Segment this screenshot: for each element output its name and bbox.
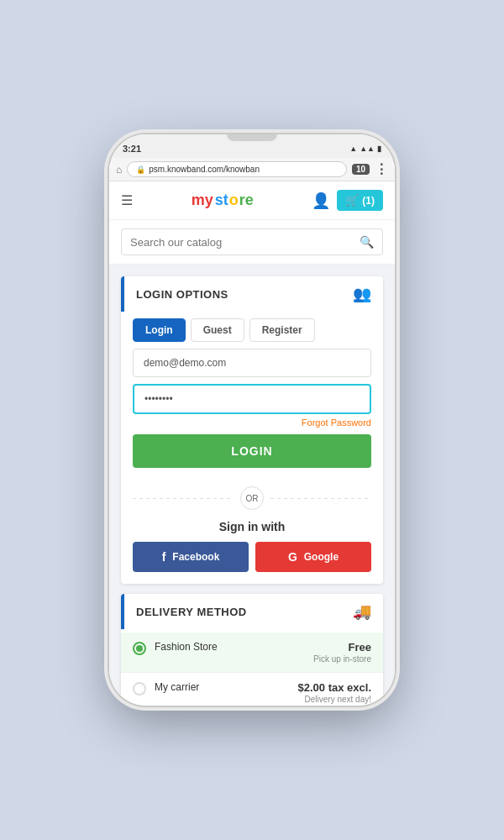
logo-o: o [229,192,239,209]
store-logo: my store [192,192,254,209]
delivery-option-fashion-store[interactable]: Fashion Store Free Pick up in-store [121,633,383,673]
radio-button-my-carrier[interactable] [133,682,146,696]
my-carrier-price-area: $2.00 tax excl. Delivery next day! [298,681,371,704]
or-label: OR [240,486,264,510]
tab-count[interactable]: 10 [352,164,370,175]
delivery-info-fashion-store: Fashion Store [155,641,305,653]
facebook-icon: f [162,550,166,564]
fashion-store-sub: Pick up in-store [313,654,371,664]
phone-notch [227,134,277,141]
fashion-store-price: Free [313,641,371,654]
status-icons: ▲ ▲▲ ▮ [349,144,381,153]
cart-icon: 🛒 [345,194,359,207]
store-header: ☰ my store 👤 🛒 (1) [109,181,395,220]
forgot-password-link[interactable]: Forgot Password [133,417,371,428]
my-carrier-name: My carrier [155,681,290,693]
lock-icon: 🔒 [136,165,145,174]
browser-bar: ⌂ 🔒 psm.knowband.com/knowban 10 ⋮ [109,158,395,181]
delivery-card-header: DELIVERY METHOD 🚚 [121,594,383,629]
register-tab[interactable]: Register [249,318,315,342]
google-label: Google [304,551,339,563]
search-container: 🔍 [109,220,395,265]
fashion-store-name: Fashion Store [155,641,305,653]
delivery-truck-icon: 🚚 [353,602,371,621]
password-field[interactable] [133,384,371,414]
header-icons: 👤 🛒 (1) [312,190,383,211]
fashion-store-price-area: Free Pick up in-store [313,641,371,664]
search-icon: 🔍 [360,235,374,249]
login-card-header: LOGIN OPTIONS 👥 [121,276,383,312]
logo-st: st [215,192,228,209]
delivery-info-my-carrier: My carrier [155,681,290,693]
main-content: LOGIN OPTIONS 👥 Login Guest Register For… [109,265,395,706]
delivery-card: DELIVERY METHOD 🚚 Fashion Store Free [121,594,383,706]
login-form: Forgot Password LOGIN [121,349,383,480]
guest-tab[interactable]: Guest [191,318,244,342]
wifi-icon: ▲ [349,144,357,153]
login-tabs: Login Guest Register [121,312,383,349]
search-input-wrapper[interactable]: 🔍 [121,228,383,255]
logo-my: my [192,192,213,209]
status-bar: 3:21 ▲ ▲▲ ▮ [109,134,395,158]
radio-inner [136,645,143,652]
delivery-options: Fashion Store Free Pick up in-store My c… [121,629,383,706]
divider-line-right [270,498,371,499]
cart-count: (1) [362,195,375,207]
signal-icon: ▲▲ [360,144,375,153]
divider-line-left [133,498,234,499]
battery-icon: ▮ [377,144,381,153]
facebook-label: Facebook [172,551,219,563]
or-divider: OR [121,480,383,517]
logo-re: re [239,192,254,209]
delivery-option-my-carrier[interactable]: My carrier $2.00 tax excl. Delivery next… [121,673,383,706]
login-options-title: LOGIN OPTIONS [136,288,228,301]
login-options-icon: 👥 [353,285,371,303]
phone-frame: 3:21 ▲ ▲▲ ▮ ⌂ 🔒 psm.knowband.com/knowban… [109,134,395,706]
email-field[interactable] [133,349,371,377]
hamburger-menu-icon[interactable]: ☰ [121,192,133,208]
url-bar[interactable]: 🔒 psm.knowband.com/knowban [127,161,347,177]
my-carrier-sub: Delivery next day! [298,695,371,704]
google-icon: G [288,550,297,564]
cart-button[interactable]: 🛒 (1) [337,190,383,211]
login-card: LOGIN OPTIONS 👥 Login Guest Register For… [121,276,383,584]
sign-in-section: Sign in with f Facebook G Google [121,517,383,584]
home-icon[interactable]: ⌂ [116,164,122,176]
radio-button-fashion-store[interactable] [133,642,146,655]
screen-content: ☰ my store 👤 🛒 (1) 🔍 [109,181,395,706]
search-input[interactable] [130,236,360,249]
social-buttons: f Facebook G Google [133,542,371,572]
facebook-login-button[interactable]: f Facebook [133,542,249,572]
delivery-method-title: DELIVERY METHOD [136,606,247,618]
login-tab[interactable]: Login [133,318,186,342]
browser-menu-icon[interactable]: ⋮ [375,161,388,177]
url-text: psm.knowband.com/knowban [149,165,260,174]
sign-in-title: Sign in with [133,520,371,533]
google-login-button[interactable]: G Google [255,542,371,572]
my-carrier-price: $2.00 tax excl. [298,681,371,694]
status-time: 3:21 [123,144,141,154]
login-button[interactable]: LOGIN [133,434,371,468]
user-account-icon[interactable]: 👤 [312,192,330,210]
